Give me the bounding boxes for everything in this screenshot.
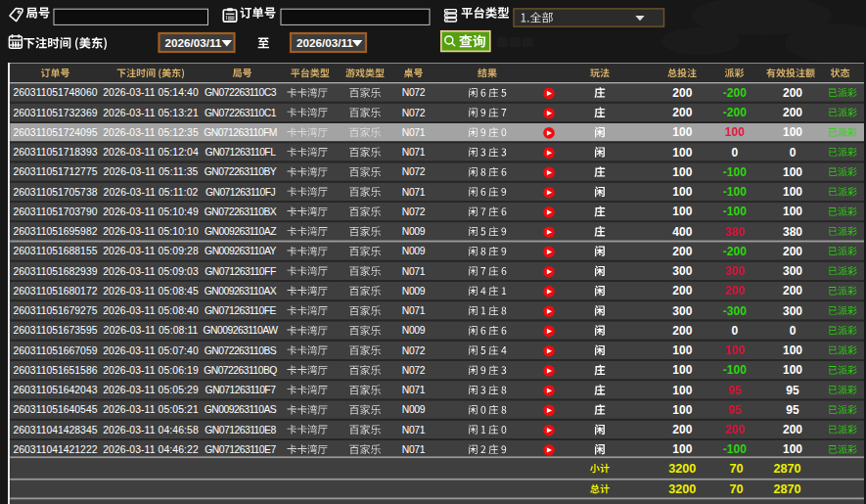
svg-text:100: 100 <box>783 442 802 456</box>
svg-text:100: 100 <box>672 205 692 218</box>
svg-text:260311051724095: 260311051724095 <box>14 127 98 138</box>
svg-text:100: 100 <box>672 363 692 377</box>
svg-text:2026-03-11 05:10:10: 2026-03-11 05:10:10 <box>103 226 199 237</box>
svg-text:95: 95 <box>728 403 742 417</box>
svg-text:N071: N071 <box>402 127 426 138</box>
svg-text:100: 100 <box>783 205 802 218</box>
svg-text:GN009263110AS: GN009263110AS <box>205 404 277 415</box>
svg-text:N072: N072 <box>402 108 426 118</box>
svg-text:260311051712775: 260311051712775 <box>14 166 98 177</box>
svg-text:200: 200 <box>672 106 692 119</box>
svg-text:95: 95 <box>728 384 742 397</box>
svg-text:100: 100 <box>672 146 692 160</box>
svg-text:-100: -100 <box>723 185 747 199</box>
svg-text:2026-03-11 05:11:02: 2026-03-11 05:11:02 <box>104 187 199 198</box>
svg-text:GN009263110AY: GN009263110AY <box>205 246 276 256</box>
svg-text:100: 100 <box>725 344 745 357</box>
svg-text:2026-03-11 05:10:49: 2026-03-11 05:10:49 <box>103 206 199 217</box>
svg-text:260311051718393: 260311051718393 <box>14 147 98 158</box>
svg-text:100: 100 <box>725 125 745 139</box>
svg-text:100: 100 <box>672 125 692 139</box>
svg-text:GN071263110FL: GN071263110FL <box>205 147 277 158</box>
svg-text:95: 95 <box>786 403 799 417</box>
svg-text:200: 200 <box>725 284 745 298</box>
svg-text:400: 400 <box>672 225 692 239</box>
svg-text:200: 200 <box>783 106 802 119</box>
svg-text:N009: N009 <box>402 404 426 415</box>
svg-text:2026/03/11: 2026/03/11 <box>164 36 221 49</box>
svg-text:2870: 2870 <box>773 462 800 476</box>
svg-text:260311051673595: 260311051673595 <box>14 325 98 336</box>
svg-text:100: 100 <box>672 344 692 357</box>
svg-text:260311041421222: 260311041421222 <box>14 444 98 455</box>
svg-text:260311051688155: 260311051688155 <box>14 246 98 256</box>
svg-text:100: 100 <box>672 165 692 179</box>
svg-text:-100: -100 <box>723 205 747 218</box>
svg-text:200: 200 <box>725 423 745 436</box>
svg-text:2026-03-11 04:46:22: 2026-03-11 04:46:22 <box>103 444 199 455</box>
svg-text:2026-03-11 05:08:11: 2026-03-11 05:08:11 <box>104 325 199 336</box>
svg-text:300: 300 <box>783 264 802 278</box>
svg-text:2026-03-11 05:14:40: 2026-03-11 05:14:40 <box>103 87 199 98</box>
svg-text:2026-03-11 05:07:40: 2026-03-11 05:07:40 <box>103 345 199 356</box>
svg-text:N072: N072 <box>402 206 426 217</box>
svg-text:N009: N009 <box>402 226 426 237</box>
svg-text:N009: N009 <box>402 325 426 336</box>
svg-text:2026-03-11 05:13:21: 2026-03-11 05:13:21 <box>103 108 199 118</box>
svg-text:260311051679275: 260311051679275 <box>14 305 98 316</box>
svg-text:380: 380 <box>725 225 745 239</box>
svg-text:300: 300 <box>672 304 692 318</box>
svg-text:-200: -200 <box>723 106 747 119</box>
svg-text:GN071263110FF: GN071263110FF <box>205 266 276 277</box>
svg-text:200: 200 <box>672 86 692 100</box>
svg-text:70: 70 <box>729 482 743 496</box>
svg-text:N071: N071 <box>402 425 426 435</box>
svg-text:260311051651586: 260311051651586 <box>14 365 98 376</box>
svg-text:-300: -300 <box>723 304 747 318</box>
svg-text:GN072263110BQ: GN072263110BQ <box>204 365 277 376</box>
svg-text:GN071263110E8: GN071263110E8 <box>205 425 276 435</box>
svg-text:N071: N071 <box>402 305 426 316</box>
svg-text:-200: -200 <box>723 245 747 258</box>
svg-text:0: 0 <box>731 146 738 160</box>
svg-text:260311041428345: 260311041428345 <box>14 425 98 435</box>
svg-text:0: 0 <box>731 324 738 338</box>
svg-text:GN009263110AX: GN009263110AX <box>205 286 277 297</box>
svg-text:GN071263110FJ: GN071263110FJ <box>205 187 276 198</box>
svg-text:260311051667059: 260311051667059 <box>14 345 98 356</box>
svg-text:2026-03-11 05:05:29: 2026-03-11 05:05:29 <box>103 385 199 395</box>
svg-text:GN009263110AW: GN009263110AW <box>203 325 278 336</box>
svg-text:2026-03-11 05:08:45: 2026-03-11 05:08:45 <box>103 286 199 297</box>
svg-text:260311051680172: 260311051680172 <box>14 286 98 297</box>
svg-text:260311051640545: 260311051640545 <box>14 404 98 415</box>
svg-text:-100: -100 <box>723 165 747 179</box>
svg-text:N071: N071 <box>402 147 426 158</box>
svg-text:70: 70 <box>729 462 743 476</box>
svg-text:260311051642043: 260311051642043 <box>14 385 98 395</box>
svg-text:GN072263110C3: GN072263110C3 <box>205 87 277 98</box>
svg-text:2026-03-11 05:12:04: 2026-03-11 05:12:04 <box>103 147 199 158</box>
svg-text:300: 300 <box>725 264 745 278</box>
svg-text:2026-03-11 05:09:28: 2026-03-11 05:09:28 <box>103 246 199 256</box>
svg-text:GN071263110F7: GN071263110F7 <box>205 385 277 395</box>
svg-text:GN072263110BX: GN072263110BX <box>205 206 277 217</box>
svg-text:2026/03/11: 2026/03/11 <box>296 36 353 49</box>
svg-text:2026-03-11 05:08:40: 2026-03-11 05:08:40 <box>103 305 199 316</box>
svg-text:N009: N009 <box>402 246 426 256</box>
svg-text:2026-03-11 05:12:35: 2026-03-11 05:12:35 <box>103 127 199 138</box>
svg-text:N071: N071 <box>402 266 426 277</box>
svg-text:N071: N071 <box>402 187 426 198</box>
svg-text:260311051748060: 260311051748060 <box>14 87 98 98</box>
svg-text:GN072263110BY: GN072263110BY <box>205 166 277 177</box>
svg-text:2026-03-11 05:05:21: 2026-03-11 05:05:21 <box>103 404 199 415</box>
svg-text:200: 200 <box>783 86 802 100</box>
svg-text:100: 100 <box>783 363 802 377</box>
svg-text:380: 380 <box>783 225 802 239</box>
svg-text:2026-03-11 04:46:58: 2026-03-11 04:46:58 <box>103 425 199 435</box>
svg-text:260311051682939: 260311051682939 <box>14 266 98 277</box>
svg-text:GN072263110C1: GN072263110C1 <box>205 108 277 118</box>
svg-text:200: 200 <box>783 284 802 298</box>
svg-text:260311051705738: 260311051705738 <box>14 187 98 198</box>
svg-text:200: 200 <box>783 245 802 258</box>
svg-text:2026-03-11 05:11:35: 2026-03-11 05:11:35 <box>104 166 199 177</box>
